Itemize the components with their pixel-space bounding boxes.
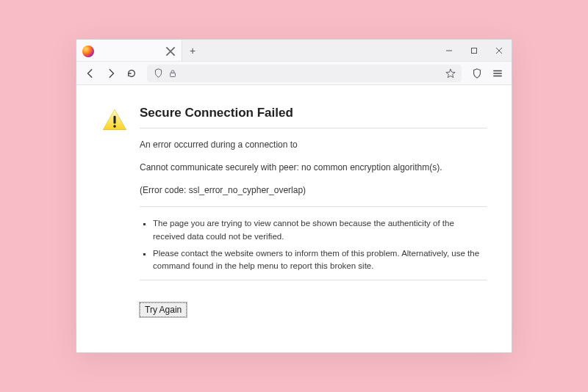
svg-point-3 — [113, 125, 116, 128]
divider — [140, 206, 487, 207]
pocket-shield-button[interactable] — [467, 64, 487, 83]
reload-button[interactable] — [122, 64, 141, 83]
forward-button[interactable] — [101, 64, 121, 83]
plus-icon: + — [190, 45, 196, 57]
error-body: Secure Connection Failed An error occurr… — [140, 106, 487, 317]
error-line-2: Cannot communicate securely with peer: n… — [140, 161, 487, 174]
error-block: Secure Connection Failed An error occurr… — [101, 106, 487, 317]
browser-window: + — [76, 39, 512, 353]
url-input[interactable] — [182, 68, 441, 79]
error-bullets: The page you are trying to view cannot b… — [153, 217, 487, 272]
url-bar[interactable] — [147, 65, 462, 82]
bookmark-star-icon[interactable] — [445, 68, 456, 79]
menu-button[interactable] — [488, 64, 507, 83]
titlebar-spacer — [203, 40, 437, 61]
close-tab-icon[interactable] — [165, 46, 176, 57]
titlebar: + — [76, 40, 512, 62]
divider — [140, 280, 487, 280]
list-item: The page you are trying to view cannot b… — [153, 217, 487, 243]
shield-icon — [153, 68, 163, 79]
divider — [140, 128, 487, 128]
tab-active[interactable] — [76, 40, 182, 61]
svg-rect-0 — [472, 48, 477, 54]
window-controls — [437, 40, 512, 61]
svg-rect-1 — [171, 73, 176, 76]
error-line-1: An error occurred during a connection to — [140, 139, 487, 151]
try-again-button[interactable]: Try Again — [140, 302, 187, 317]
minimize-button[interactable] — [437, 40, 462, 62]
back-button[interactable] — [81, 64, 100, 83]
firefox-favicon-icon — [82, 46, 94, 57]
page-content: Secure Connection Failed An error occurr… — [76, 85, 512, 352]
nav-toolbar — [76, 62, 512, 85]
svg-rect-2 — [113, 116, 115, 124]
maximize-button[interactable] — [462, 40, 487, 62]
warning-triangle-icon — [101, 107, 128, 134]
error-title: Secure Connection Failed — [140, 106, 487, 120]
close-window-button[interactable] — [487, 40, 512, 62]
lock-icon — [168, 68, 178, 79]
list-item: Please contact the website owners to inf… — [153, 247, 487, 273]
new-tab-button[interactable]: + — [182, 40, 203, 61]
error-code-line: (Error code: ssl_error_no_cypher_overlap… — [140, 184, 487, 197]
